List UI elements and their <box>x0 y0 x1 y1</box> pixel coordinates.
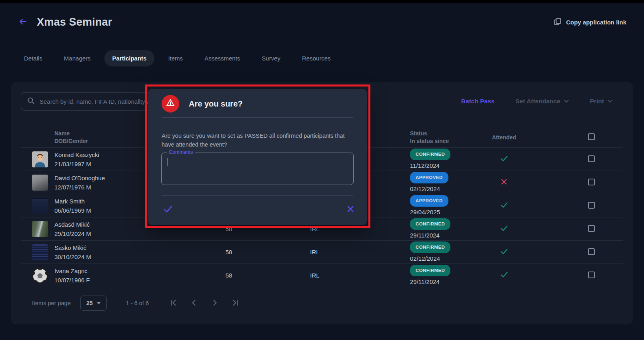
row-checkbox[interactable] <box>588 272 595 278</box>
attended-cell <box>472 201 536 210</box>
participant-name: Asdasd Mikić <box>54 220 91 229</box>
set-attendance-label: Set Attendance <box>515 98 560 105</box>
table-row: Ivana Zagric10/07/1986 F58IRLCONFIRMED29… <box>21 264 623 287</box>
app-header: Xmas Seminar Copy application link <box>0 3 644 41</box>
chevron-down-icon <box>97 302 101 304</box>
dialog-title: Are you sure? <box>189 99 242 109</box>
participant-number: 58 <box>207 249 251 256</box>
dialog-header: Are you sure? <box>148 89 367 113</box>
tab-survey[interactable]: Survey <box>254 50 288 66</box>
attended-cross-icon <box>500 180 508 187</box>
last-page-button[interactable] <box>230 298 241 309</box>
batch-pass-button[interactable]: Batch Pass <box>461 98 495 105</box>
confirm-button[interactable] <box>163 205 173 215</box>
status-since: 29/04/2025 <box>410 208 472 216</box>
pagination: Items per page 25 1 - 6 of 6 <box>21 295 623 311</box>
participant-name-cell: Sasko Mikić30/10/2024 M <box>21 243 207 262</box>
participant-dob-gender: 30/10/2024 M <box>54 252 91 262</box>
tab-assessments[interactable]: Assessments <box>196 50 248 66</box>
attended-cell <box>472 224 536 233</box>
tab-resources[interactable]: Resources <box>294 50 339 66</box>
select-all-checkbox[interactable] <box>588 133 595 140</box>
attended-cell <box>472 178 536 187</box>
page-size-select[interactable]: 25 <box>80 296 107 311</box>
participant-status-cell: APPROVED29/04/2025 <box>379 195 472 216</box>
participant-dob-gender: 10/07/1986 F <box>54 276 90 285</box>
row-checkbox[interactable] <box>588 155 595 162</box>
copy-link-label: Copy application link <box>566 19 626 26</box>
search-icon <box>27 97 35 106</box>
print-dropdown[interactable]: Print <box>590 98 613 105</box>
warning-badge <box>162 95 179 113</box>
dialog-message: Are you sure you want to set as PASSED a… <box>162 131 353 149</box>
participant-avatar <box>32 198 48 214</box>
participant-avatar <box>32 221 48 237</box>
comments-textarea[interactable]: Comments <box>161 153 354 185</box>
tab-bar: DetailsManagersParticipantsItemsAssessme… <box>16 50 339 66</box>
confirm-dialog: Are you sure? Are you sure you want to s… <box>148 89 367 225</box>
last-page-icon <box>231 302 240 308</box>
row-checkbox[interactable] <box>588 202 595 209</box>
participant-status-cell: CONFIRMED29/11/2024 <box>379 218 472 239</box>
copy-application-link-button[interactable]: Copy application link <box>553 17 626 27</box>
participant-avatar <box>32 244 48 260</box>
comments-label: Comments <box>167 149 195 155</box>
prev-page-icon <box>190 302 198 308</box>
participant-avatar <box>32 175 48 191</box>
tab-details[interactable]: Details <box>16 50 50 66</box>
print-label: Print <box>590 98 604 105</box>
first-page-icon <box>169 302 178 308</box>
participant-status-cell: CONFIRMED29/11/2024 <box>379 265 472 286</box>
page-title: Xmas Seminar <box>37 16 112 28</box>
confirm-check-icon <box>163 205 173 215</box>
participant-number: 58 <box>207 272 251 279</box>
participant-name-cell: Ivana Zagric10/07/1986 F <box>21 266 207 285</box>
cancel-x-icon <box>346 205 354 214</box>
attended-check-icon <box>500 157 508 164</box>
prev-page-button[interactable] <box>189 298 199 309</box>
participant-number: 58 <box>207 225 251 232</box>
status-badge: APPROVED <box>410 195 448 207</box>
set-attendance-dropdown[interactable]: Set Attendance <box>515 98 569 105</box>
batch-pass-label: Batch Pass <box>461 98 495 105</box>
tab-items[interactable]: Items <box>160 50 191 66</box>
dialog-footer <box>148 196 367 215</box>
participant-dob-gender: 21/03/1997 M <box>54 159 99 169</box>
attended-cell <box>472 155 536 164</box>
participant-nationality: IRL <box>251 249 379 256</box>
status-since: 11/12/2024 <box>410 162 472 170</box>
tab-managers[interactable]: Managers <box>56 50 99 66</box>
row-checkbox[interactable] <box>588 179 595 185</box>
items-per-page-label: Items per page <box>32 300 71 306</box>
first-page-button[interactable] <box>168 298 178 309</box>
chevron-down-icon <box>607 98 613 105</box>
tab-participants[interactable]: Participants <box>104 50 155 66</box>
participant-name: David O'Donoghue <box>54 173 105 183</box>
status-since: 02/12/2024 <box>410 185 472 193</box>
participant-nationality: IRL <box>251 272 379 279</box>
status-since: 29/11/2024 <box>410 231 472 239</box>
column-header-status: Status In status since <box>379 130 472 145</box>
participant-avatar <box>32 151 48 167</box>
participant-status-cell: CONFIRMED11/12/2024 <box>379 149 472 170</box>
participant-avatar <box>32 268 48 284</box>
status-since: 02/12/2024 <box>410 255 472 263</box>
status-since: 29/11/2024 <box>410 278 472 286</box>
participant-nationality: IRL <box>251 225 379 232</box>
next-page-button[interactable] <box>210 298 220 309</box>
attended-cell <box>472 247 536 257</box>
row-checkbox[interactable] <box>588 248 595 255</box>
table-row: Sasko Mikić30/10/2024 M58IRLCONFIRMED02/… <box>21 241 623 264</box>
toolbar-actions: Batch Pass Set Attendance Print <box>461 98 623 105</box>
back-arrow-icon <box>18 17 28 28</box>
back-button[interactable] <box>16 15 30 29</box>
copy-icon <box>553 17 562 27</box>
attended-cell <box>472 271 536 280</box>
status-badge: CONFIRMED <box>410 265 450 276</box>
cancel-button[interactable] <box>346 205 354 214</box>
attended-check-icon <box>500 227 508 233</box>
participant-status-cell: CONFIRMED02/12/2024 <box>379 241 472 263</box>
column-header-attended: Attended <box>472 134 536 141</box>
participant-dob-gender: 12/07/1976 M <box>54 183 105 192</box>
row-checkbox[interactable] <box>588 225 595 232</box>
